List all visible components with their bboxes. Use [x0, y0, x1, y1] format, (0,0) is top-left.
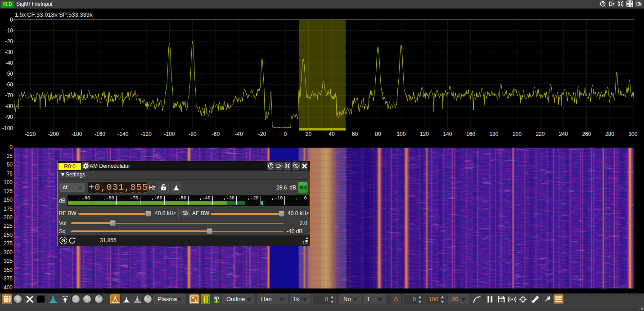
svg-text:20: 20 [306, 131, 312, 137]
svg-text:200: 200 [513, 131, 522, 137]
svg-text:-140: -140 [117, 131, 128, 137]
svg-text:-100: -100 [2, 125, 13, 131]
svg-text:100: 100 [396, 131, 405, 137]
svg-text:260: 260 [582, 131, 591, 137]
svg-text:-40: -40 [5, 60, 14, 66]
svg-text:-70: -70 [5, 92, 14, 99]
svg-text:?: ? [602, 1, 604, 6]
svg-text:-200: -200 [48, 131, 59, 137]
svg-text:280: 280 [605, 131, 614, 137]
svg-text:220: 220 [536, 131, 545, 137]
svg-text:-120: -120 [141, 131, 152, 137]
svg-text:160: 160 [466, 131, 475, 137]
svg-text:-180: -180 [71, 131, 82, 137]
svg-text:180: 180 [489, 131, 498, 137]
svg-text:-60: -60 [212, 131, 220, 137]
svg-text:120: 120 [420, 131, 429, 137]
svg-text:-30: -30 [5, 49, 14, 55]
svg-text:240: 240 [559, 131, 568, 137]
svg-text:-60: -60 [5, 81, 14, 88]
svg-text:-40: -40 [235, 131, 243, 137]
svg-text:-100: -100 [164, 131, 175, 137]
svg-text:?: ? [269, 163, 271, 168]
svg-text:-220: -220 [25, 131, 36, 137]
svg-text:40: 40 [329, 131, 335, 137]
svg-text:-80: -80 [5, 103, 14, 109]
svg-text:-80: -80 [189, 131, 197, 137]
svg-text:-20: -20 [258, 131, 266, 137]
svg-text:0: 0 [10, 17, 13, 23]
svg-text:-10: -10 [5, 27, 14, 34]
svg-text:-160: -160 [95, 131, 105, 137]
svg-text:-90: -90 [5, 114, 14, 120]
svg-text:-50: -50 [5, 71, 14, 77]
svg-text:60: 60 [352, 131, 358, 137]
svg-text:0: 0 [284, 131, 287, 137]
svg-text:140: 140 [443, 131, 452, 137]
svg-text:-20: -20 [5, 38, 14, 45]
svg-text:3D: 3D [214, 296, 219, 300]
svg-text:80: 80 [375, 131, 381, 137]
svg-text:300: 300 [628, 131, 637, 137]
